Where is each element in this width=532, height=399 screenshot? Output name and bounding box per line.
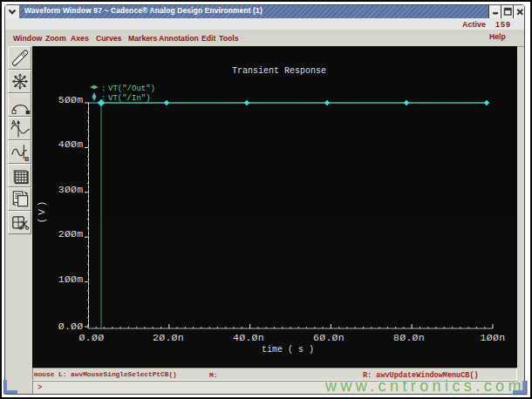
svg-text:B: B [24, 155, 29, 163]
svg-text:8Ø.Øn: 8Ø.Øn [393, 332, 425, 343]
svg-text:4ØØm: 4ØØm [58, 139, 84, 150]
svg-text::: : [101, 85, 106, 93]
svg-text:4Ø.Øn: 4Ø.Øn [233, 332, 264, 343]
svg-text:V: V [37, 209, 47, 215]
svg-text:Transient Response: Transient Response [232, 66, 326, 76]
svg-text:6Ø.Øn: 6Ø.Øn [313, 332, 344, 343]
svg-text:Ø.ØØ: Ø.ØØ [58, 321, 84, 332]
svg-text:): ) [37, 201, 47, 207]
svg-text:5ØØm: 5ØØm [58, 94, 84, 105]
svg-text:VT("/In"): VT("/In") [108, 94, 151, 103]
svg-text:1ØØm: 1ØØm [58, 274, 84, 285]
svg-text:time ( s ): time ( s ) [262, 345, 314, 355]
svg-text:2ØØm: 2ØØm [58, 228, 84, 240]
svg-text:VT("/Out"): VT("/Out") [108, 85, 155, 93]
svg-text:3ØØm: 3ØØm [58, 184, 84, 195]
svg-text:(: ( [37, 218, 47, 224]
svg-text:www.cntronics.com: www.cntronics.com [324, 377, 525, 395]
svg-text::: : [101, 94, 106, 103]
svg-text:Ø.ØØ: Ø.ØØ [79, 332, 105, 343]
svg-text:1ØØn: 1ØØn [481, 332, 506, 343]
svg-text:2Ø.Øn: 2Ø.Øn [153, 332, 184, 343]
